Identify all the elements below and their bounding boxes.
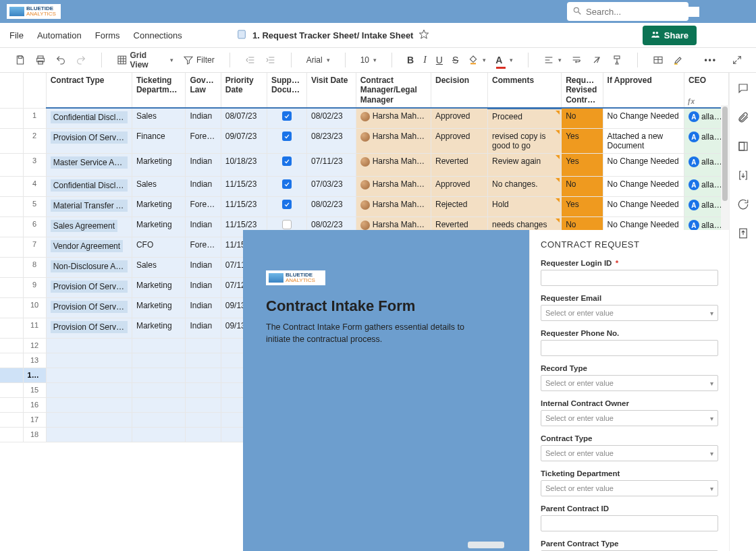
row-number[interactable]: 18 [23,428,46,442]
cell-contract-type[interactable]: Vendor Agreement [46,237,132,258]
font-size-select[interactable]: 10▾ [358,53,379,67]
row-number[interactable]: 8 [23,258,46,278]
cell-visit-date[interactable]: 07/11/23 [306,154,356,177]
row-number[interactable]: 6 [23,217,46,237]
text-color-icon[interactable]: A▾ [493,53,516,68]
filter-button[interactable]: Filter [180,53,217,67]
cell-contract-type[interactable]: Confidential Disclosure [46,177,132,197]
outdent-icon[interactable] [242,53,259,67]
input-phone[interactable] [541,340,718,356]
checkbox-icon[interactable] [282,200,292,209]
attachments-icon[interactable] [737,111,749,125]
global-search[interactable] [567,2,688,21]
undo-icon[interactable] [53,53,69,67]
cell-comments[interactable]: No changes. [488,177,562,197]
cell-ticketing-dept[interactable]: Marketing [132,197,186,217]
col-contract-manager[interactable]: Contract Manager/Legal Manager [356,73,431,108]
row-number[interactable]: 9 [23,278,46,298]
cell-decision[interactable]: Reverted [431,154,488,177]
cell-contract-manager[interactable]: Harsha Mahant [356,197,431,217]
row-number[interactable]: 4 [23,177,46,197]
cell-priority-date[interactable]: 08/07/23 [221,108,267,129]
col-ceo[interactable]: CEOƒx [684,73,728,108]
checkbox-icon[interactable] [282,220,292,229]
cell-contract-type[interactable]: Provision Of Services [46,278,132,298]
italic-icon[interactable]: I [421,53,429,67]
cell-gov-law[interactable]: Indian [186,154,221,177]
select-contract-type[interactable]: Select or enter value [541,445,718,461]
row-number[interactable]: 15 [23,383,46,398]
cell-gov-law[interactable]: Indian [186,298,221,318]
cell-priority-date[interactable]: 11/15/23 [221,197,267,217]
cell-contract-manager[interactable]: Harsha Mahant [356,129,431,154]
cell-visit-date[interactable]: 07/03/23 [306,177,356,197]
checkbox-icon[interactable] [282,156,292,166]
conditional-format-icon[interactable] [650,53,666,67]
font-select[interactable]: Arial▾ [304,53,333,67]
row-number[interactable]: 14 ⋮ [23,368,46,383]
search-input[interactable] [586,7,699,17]
menu-automation[interactable]: Automation [37,30,82,40]
col-contract-type[interactable]: Contract Type [46,73,132,108]
cell-if-approved[interactable]: No Change Needed [603,177,684,197]
cell-supp-doc[interactable] [267,108,306,129]
cell-revised-contract[interactable]: Yes [562,197,603,217]
grid-view-button[interactable]: Grid View▾ [114,49,176,71]
row-number[interactable]: 5 [23,197,46,217]
row-number[interactable]: 7 [23,237,46,258]
brand-logo[interactable]: BLUETIDEANALYTICS [7,4,61,19]
scrollbar-thumb[interactable] [722,107,728,201]
more-icon[interactable]: ••• [701,53,720,67]
row-number[interactable]: 11 [23,318,46,339]
proofs-icon[interactable] [737,140,749,154]
cell-comments[interactable]: revised copy is good to go [488,129,562,154]
cell-gov-law[interactable]: Indian [186,108,221,129]
cell-priority-date[interactable]: 11/15/23 [221,177,267,197]
cell-ticketing-dept[interactable]: Marketing [132,318,186,339]
row-number[interactable]: 13 [23,353,46,368]
row-number[interactable]: 17 [23,413,46,428]
cell-if-approved[interactable]: Attached a new Document [603,129,684,154]
select-ticketing-dept[interactable]: Select or enter value [541,480,718,496]
cell-gov-law[interactable]: Foreign [186,237,221,258]
cell-ticketing-dept[interactable]: Sales [132,177,186,197]
cell-decision[interactable]: Approved [431,177,488,197]
checkbox-icon[interactable] [282,132,292,141]
checkbox-icon[interactable] [282,111,292,121]
checkbox-icon[interactable] [282,179,292,189]
table-row[interactable]: 4Confidential DisclosureSalesIndian11/15… [0,177,729,197]
col-if-approved[interactable]: If Approved [603,73,684,108]
cell-ticketing-dept[interactable]: Sales [132,258,186,278]
cell-ticketing-dept[interactable]: Finance [132,129,186,154]
expand-icon[interactable] [729,53,745,67]
menu-connections[interactable]: Connections [134,30,182,40]
cell-ticketing-dept[interactable]: Marketing [132,217,186,237]
cell-gov-law[interactable]: Indian [186,258,221,278]
cell-revised-contract[interactable]: No [562,177,603,197]
cell-supp-doc[interactable] [267,197,306,217]
row-number[interactable]: 12 [23,339,46,353]
col-priority-date[interactable]: Priority Date [221,73,267,108]
menu-forms[interactable]: Forms [95,30,120,40]
align-icon[interactable]: ▾ [541,53,564,67]
cell-visit-date[interactable]: 08/02/23 [306,108,356,129]
bold-icon[interactable]: B [404,53,416,67]
cell-if-approved[interactable]: No Change Needed [603,154,684,177]
cell-visit-date[interactable]: 08/23/23 [306,129,356,154]
cell-supp-doc[interactable] [267,129,306,154]
clear-format-icon[interactable] [589,53,605,67]
indent-icon[interactable] [263,53,279,67]
underline-icon[interactable]: U [433,53,446,67]
cell-ticketing-dept[interactable]: Marketing [132,298,186,318]
cell-gov-law[interactable]: Foreign [186,129,221,154]
row-number[interactable]: 10 [23,298,46,318]
cell-revised-contract[interactable]: Yes [562,154,603,177]
cell-if-approved[interactable]: No Change Needed [603,108,684,129]
cell-gov-law[interactable]: Indian [186,177,221,197]
menu-file[interactable]: File [9,30,24,40]
cell-priority-date[interactable]: 09/07/23 [221,129,267,154]
select-record-type[interactable]: Select or enter value [541,375,718,391]
cell-supp-doc[interactable] [267,177,306,197]
col-supp-doc[interactable]: Suppo… Docum… [267,73,306,108]
cell-decision[interactable]: Rejected [431,197,488,217]
